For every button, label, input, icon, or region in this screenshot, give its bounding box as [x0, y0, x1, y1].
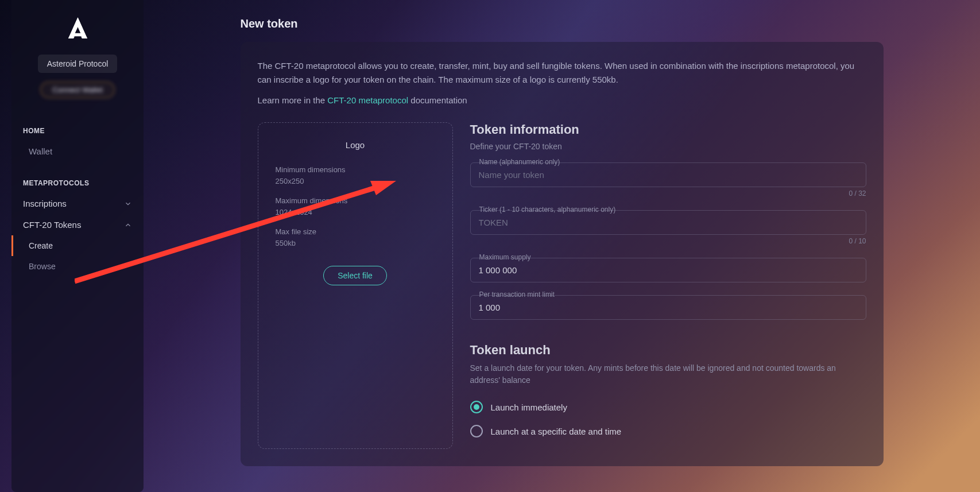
launch-immediately-radio[interactable]: Launch immediately [470, 401, 866, 413]
logo-section: Asteroid Protocol Connect Wallet [11, 11, 144, 110]
nav-item-browse[interactable]: Browse [11, 256, 144, 277]
docs-link[interactable]: CFT-20 metaprotocol [327, 95, 408, 105]
mint-limit-label: Per transaction mint limit [477, 290, 557, 299]
ticker-input[interactable] [470, 210, 866, 235]
launch-description: Set a launch date for your token. Any mi… [470, 362, 866, 386]
nav-heading-home: HOME [11, 121, 144, 141]
mint-limit-input[interactable] [470, 295, 866, 320]
description-text: The CFT-20 metaprotocol allows you to cr… [258, 59, 866, 87]
max-filesize-info: Max file size 550kb [276, 226, 435, 249]
radio-label: Launch immediately [491, 402, 567, 412]
ticker-field-group: Ticker (1 - 10 characters, alphanumeric … [470, 210, 866, 245]
nav-item-cft20[interactable]: CFT-20 Tokens [11, 214, 144, 235]
nav-heading-metaprotocols: METAPROTOCOLS [11, 173, 144, 193]
select-file-button[interactable]: Select file [323, 266, 387, 285]
protocol-badge: Asteroid Protocol [38, 55, 118, 73]
min-dimensions-info: Minimum dimensions 250x250 [276, 164, 435, 187]
ticker-counter: 0 / 10 [470, 237, 866, 245]
chevron-down-icon [124, 200, 132, 208]
launch-title: Token launch [470, 343, 866, 358]
name-input[interactable] [470, 162, 866, 187]
page-title: New token [241, 17, 884, 30]
nav-item-create[interactable]: Create [11, 235, 144, 256]
max-supply-label: Maximum supply [477, 253, 533, 261]
ticker-label: Ticker (1 - 10 characters, alphanumeric … [477, 206, 618, 214]
max-supply-input[interactable] [470, 258, 866, 282]
logo-upload-box: Logo Minimum dimensions 250x250 Maximum … [258, 122, 453, 449]
launch-section: Token launch Set a launch date for your … [470, 343, 866, 437]
token-info-title: Token information [470, 122, 866, 137]
connect-wallet-button[interactable]: Connect Wallet [40, 82, 115, 98]
token-info-section: Token information Define your CFT-20 tok… [470, 122, 866, 449]
app-logo-icon [60, 11, 95, 46]
launch-scheduled-radio[interactable]: Launch at a specific date and time [470, 425, 866, 437]
sidebar: Asteroid Protocol Connect Wallet HOME Wa… [11, 0, 144, 492]
max-dimensions-info: Maximum dimensions 1024x1024 [276, 195, 435, 218]
radio-selected-icon [470, 401, 483, 413]
navigation: HOME Wallet METAPROTOCOLS Inscriptions C… [11, 121, 144, 277]
radio-label: Launch at a specific date and time [491, 427, 622, 436]
name-field-group: Name (alphanumeric only) 0 / 32 [470, 162, 866, 197]
token-info-subtitle: Define your CFT-20 token [470, 142, 866, 151]
mint-limit-field-group: Per transaction mint limit [470, 295, 866, 320]
form-section: Logo Minimum dimensions 250x250 Maximum … [258, 122, 866, 449]
chevron-up-icon [124, 221, 132, 229]
name-counter: 0 / 32 [470, 189, 866, 197]
name-label: Name (alphanumeric only) [477, 158, 563, 166]
nav-item-label: Inscriptions [23, 199, 67, 208]
logo-upload-title: Logo [276, 140, 435, 150]
nav-item-wallet[interactable]: Wallet [11, 141, 144, 162]
content-card: The CFT-20 metaprotocol allows you to cr… [241, 42, 884, 466]
nav-item-inscriptions[interactable]: Inscriptions [11, 193, 144, 214]
radio-unselected-icon [470, 425, 483, 437]
learn-more-text: Learn more in the CFT-20 metaprotocol do… [258, 95, 866, 105]
nav-item-label: CFT-20 Tokens [23, 220, 81, 230]
main-content: New token The CFT-20 metaprotocol allows… [218, 0, 907, 492]
max-supply-field-group: Maximum supply [470, 258, 866, 282]
